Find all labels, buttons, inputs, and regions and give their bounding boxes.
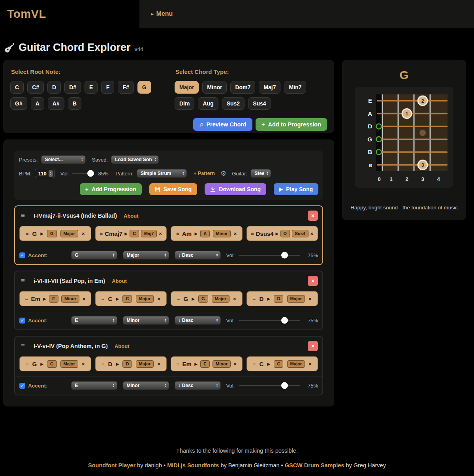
remove-progression-button[interactable]: × [308, 341, 318, 351]
drag-handle-icon[interactable]: ≡ [176, 231, 179, 237]
remove-chord-button[interactable]: × [310, 231, 314, 237]
master-volume-slider[interactable] [72, 173, 94, 174]
play-song-button[interactable]: ▶ Play Song [274, 183, 318, 195]
remove-chord-button[interactable]: × [159, 231, 162, 237]
drag-handle-icon[interactable]: ≡ [21, 342, 25, 350]
menu-button[interactable]: ▸ Menu [151, 10, 173, 17]
root-note-button-cs[interactable]: C# [27, 81, 44, 94]
remove-progression-button[interactable]: × [308, 276, 318, 286]
chord-chip[interactable]: ≡ C ▶ C Major × [246, 356, 318, 371]
accent-direction-select[interactable]: ↓ Desc [175, 316, 221, 325]
drag-handle-icon[interactable]: ≡ [100, 231, 103, 237]
remove-chord-button[interactable]: × [233, 361, 237, 367]
slider-thumb[interactable] [281, 317, 288, 324]
accent-type-select[interactable]: Major [123, 251, 169, 260]
chord-chip[interactable]: ≡ Em ▶ E Minor × [19, 291, 91, 306]
play-chord-icon[interactable]: ▶ [194, 362, 198, 366]
play-chord-icon[interactable]: ▶ [267, 362, 271, 366]
play-chord-icon[interactable]: ▶ [116, 362, 119, 366]
root-note-button-b[interactable]: B [68, 97, 81, 110]
remove-chord-button[interactable]: × [82, 361, 85, 367]
accent-checkbox[interactable]: ✓ [19, 252, 25, 258]
chord-chip[interactable]: ≡ G ▶ G Major × [171, 291, 243, 306]
chord-chip[interactable]: ≡ D ▶ D Major × [95, 356, 167, 371]
chord-chip[interactable]: ≡ Em ▶ E Minor × [171, 356, 243, 371]
drag-handle-icon[interactable]: ≡ [177, 296, 180, 302]
remove-chord-button[interactable]: × [308, 296, 312, 302]
chord-type-button-sus2[interactable]: Sus2 [222, 97, 245, 110]
play-chord-icon[interactable]: ▶ [192, 297, 195, 301]
add-to-progression-button[interactable]: + Add to Progression [256, 118, 327, 131]
guitar-select[interactable]: Steel [250, 169, 271, 178]
chord-chip[interactable]: ≡ Cmaj7 ▶ C Maj7 × [95, 226, 167, 241]
drag-handle-icon[interactable]: ≡ [21, 212, 25, 220]
root-note-button-gs[interactable]: G# [10, 97, 27, 110]
save-song-button[interactable]: Save Song [149, 183, 198, 195]
remove-chord-button[interactable]: × [308, 361, 312, 367]
accent-root-select[interactable]: G [71, 251, 117, 260]
about-link[interactable]: About [112, 278, 127, 284]
slider-thumb[interactable] [281, 252, 288, 259]
remove-progression-button[interactable]: × [308, 211, 318, 221]
remove-chord-button[interactable]: × [234, 231, 237, 237]
accent-direction-select[interactable]: ↓ Desc [175, 251, 221, 260]
credit-link[interactable]: MIDI.js Soundfonts [167, 462, 219, 468]
accent-checkbox[interactable]: ✓ [19, 383, 25, 389]
root-note-button-g[interactable]: G [137, 81, 151, 94]
drag-handle-icon[interactable]: ≡ [26, 231, 29, 237]
chord-type-button-dim[interactable]: Dim [175, 97, 194, 110]
slider-thumb[interactable] [87, 170, 94, 177]
bpm-input[interactable]: 110 [35, 169, 55, 178]
accent-type-select[interactable]: Minor [123, 381, 169, 390]
credit-link[interactable]: GSCW Drum Samples [285, 462, 344, 468]
chord-type-button-min7[interactable]: Min7 [284, 81, 306, 94]
play-chord-icon[interactable]: ▶ [40, 231, 43, 236]
drag-handle-icon[interactable]: ≡ [176, 361, 179, 367]
accent-root-select[interactable]: E [71, 316, 117, 325]
root-note-button-as[interactable]: A# [48, 97, 64, 110]
chord-chip[interactable]: ≡ G ▶ G Major × [19, 226, 91, 241]
drag-handle-icon[interactable]: ≡ [253, 296, 256, 302]
chord-type-button-minor[interactable]: Minor [202, 81, 227, 94]
root-note-button-f[interactable]: F [101, 81, 114, 94]
remove-chord-button[interactable]: × [82, 296, 85, 302]
drag-handle-icon[interactable]: ≡ [26, 361, 29, 367]
load-saved-song-select[interactable]: Load Saved Song... [111, 155, 159, 164]
root-note-button-a[interactable]: A [31, 97, 44, 110]
accent-checkbox[interactable]: ✓ [19, 318, 25, 324]
accent-type-select[interactable]: Minor [123, 316, 169, 325]
chord-chip[interactable]: ≡ C ▶ C Major × [95, 291, 167, 306]
credit-link[interactable]: Soundfont Player [88, 462, 135, 468]
add-progression-button[interactable]: + Add Progression [80, 183, 142, 195]
play-chord-icon[interactable]: ▶ [194, 231, 198, 236]
preview-chord-button[interactable]: ♫ Preview Chord [193, 118, 252, 131]
remove-chord-button[interactable]: × [157, 296, 160, 302]
root-note-button-c[interactable]: C [10, 81, 24, 94]
presets-select[interactable]: Select... [41, 155, 86, 164]
root-note-button-d[interactable]: D [47, 81, 61, 94]
play-chord-icon[interactable]: ▶ [267, 297, 271, 301]
remove-chord-button[interactable]: × [233, 296, 236, 302]
drag-handle-icon[interactable]: ≡ [102, 361, 105, 367]
drag-handle-icon[interactable]: ≡ [251, 231, 254, 237]
play-chord-icon[interactable]: ▶ [124, 231, 128, 236]
add-pattern-link[interactable]: + Pattern [194, 171, 215, 176]
root-note-button-e[interactable]: E [85, 81, 98, 94]
slider-thumb[interactable] [281, 382, 288, 389]
pattern-select[interactable]: Simple Strum [137, 169, 187, 178]
download-song-button[interactable]: Download Song [205, 183, 266, 195]
progression-volume-slider[interactable] [239, 255, 300, 256]
chord-chip[interactable]: ≡ G ▶ G Major × [19, 356, 91, 371]
bpm-stepper-icon[interactable] [49, 170, 53, 177]
chord-type-button-dom7[interactable]: Dom7 [230, 81, 255, 94]
chord-type-button-major[interactable]: Major [175, 81, 199, 94]
play-chord-icon[interactable]: ▶ [43, 297, 46, 301]
progression-volume-slider[interactable] [239, 385, 300, 386]
about-link[interactable]: About [115, 343, 130, 349]
drag-handle-icon[interactable]: ≡ [102, 296, 105, 302]
play-chord-icon[interactable]: ▶ [116, 297, 119, 301]
accent-direction-select[interactable]: ↓ Desc [175, 381, 221, 390]
chord-chip[interactable]: ≡ Dsus4 ▶ D Sus4 × [246, 226, 318, 241]
remove-chord-button[interactable]: × [82, 231, 85, 237]
chord-type-button-aug[interactable]: Aug [198, 97, 218, 110]
